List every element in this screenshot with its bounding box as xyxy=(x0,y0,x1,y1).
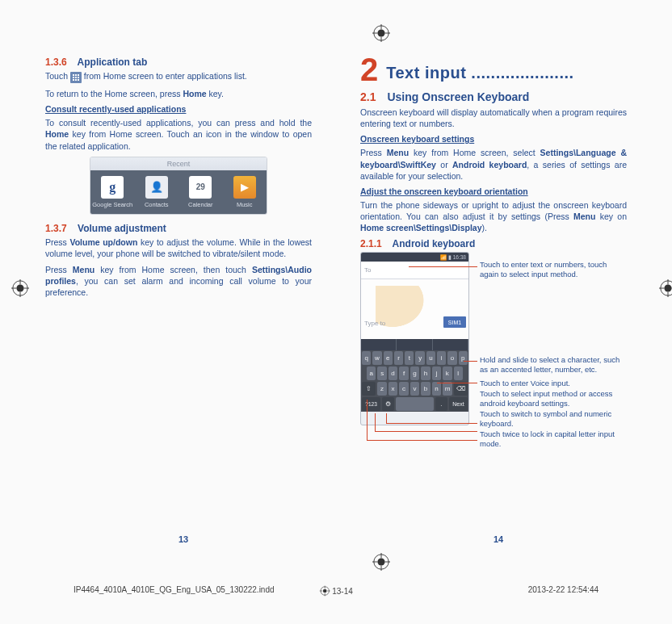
recent-apps-figure: Recent gGoogle Search 👤Contacts 29Calend… xyxy=(90,157,267,215)
recent-label: Recent xyxy=(90,157,267,170)
section-title: Application tab xyxy=(78,57,148,68)
body-text: Touch from Home screen to enter applicat… xyxy=(45,70,312,83)
callout-text: Touch twice to lock in capital letter in… xyxy=(480,429,625,448)
svg-point-5 xyxy=(664,284,671,291)
registration-mark-icon xyxy=(11,279,29,297)
footer-filename: IP4464_4010A_4010E_QG_Eng_USA_05_130222.… xyxy=(74,585,275,594)
svg-point-3 xyxy=(16,284,23,291)
recent-app: 29Calendar xyxy=(178,170,223,214)
space-key xyxy=(396,397,433,411)
chapter-number: 2 xyxy=(360,57,378,82)
callout-line xyxy=(437,383,477,383)
contacts-icon: 👤 xyxy=(145,176,168,199)
callout-line xyxy=(386,413,387,423)
keyboard: qwertyuiop asdfghjkl ⇧zxcvbnm⌫ ?123⚙.Nex… xyxy=(361,350,468,412)
section-2-1-1-heading: 2.1.1 Android keyboard xyxy=(360,238,627,249)
callout-line xyxy=(367,400,368,440)
next-key: Next xyxy=(449,397,468,411)
recent-app: 👤Contacts xyxy=(135,170,179,214)
registration-mark-icon xyxy=(372,553,390,571)
to-field: To xyxy=(361,262,468,279)
key: q xyxy=(362,351,371,365)
svg-point-7 xyxy=(377,558,384,565)
subheading: Consult recently-used applications xyxy=(45,104,312,114)
section-1-3-6-heading: 1.3.6 Application tab xyxy=(45,57,312,68)
symbols-key: ?123 xyxy=(362,397,380,411)
callout-text: Touch to select input method or access a… xyxy=(480,389,625,408)
svg-point-1 xyxy=(377,29,384,36)
google-icon: g xyxy=(101,176,124,199)
recent-app: gGoogle Search xyxy=(90,170,135,214)
type-hint: Type to xyxy=(364,320,385,327)
delete-key: ⌫ xyxy=(454,382,468,396)
status-bar: 📶▮16:38 xyxy=(361,253,468,262)
callout-text: Hold and slide to select a character, su… xyxy=(480,355,621,374)
footer-page-range: 13-14 xyxy=(319,585,353,597)
svg-point-9 xyxy=(323,589,327,593)
callout-line xyxy=(386,423,477,424)
period-key: . xyxy=(435,397,447,411)
print-footer: IP4464_4010A_4010E_QG_Eng_USA_05_130222.… xyxy=(74,585,598,594)
apps-grid-icon xyxy=(70,72,82,83)
registration-mark-icon xyxy=(659,279,672,297)
subheading: Onscreen keyboard settings xyxy=(360,134,627,144)
phone-mock: 📶▮16:38 To Type to SIM1 qwertyuiop asdfg… xyxy=(360,252,469,425)
body-text: Onscreen keyboard will display automatic… xyxy=(360,107,627,129)
subheading: Adjust the onscreen keyboard orientation xyxy=(360,186,627,196)
section-2-1-heading: 2.1Using Onscreen Keyboard xyxy=(360,90,627,103)
sim-tab: SIM1 xyxy=(443,316,466,328)
settings-key: ⚙ xyxy=(382,397,394,411)
body-text: Press Menu key from Home screen, then to… xyxy=(45,264,312,299)
callout-text: Touch to switch to symbol and numeric ke… xyxy=(480,409,625,428)
section-title: Volume adjustment xyxy=(78,223,166,234)
callout-line xyxy=(409,266,477,267)
footer-timestamp: 2013-2-22 12:54:44 xyxy=(528,585,598,594)
section-number: 1.3.7 xyxy=(45,223,67,234)
left-column: 1.3.6 Application tab Touch from Home sc… xyxy=(45,57,312,438)
music-icon: ▶ xyxy=(233,176,256,199)
callout-line xyxy=(375,431,477,432)
page-spread: 1.3.6 Application tab Touch from Home sc… xyxy=(45,57,627,438)
callout-line xyxy=(375,413,376,431)
hand-pointer-icon xyxy=(376,286,432,334)
right-column: 2 Text input ..................... 2.1Us… xyxy=(360,57,627,438)
chapter-heading: 2 Text input ..................... xyxy=(360,57,627,82)
shift-key: ⇧ xyxy=(362,382,376,396)
body-text: Turn the phone sideways or upright to ad… xyxy=(360,199,627,234)
compose-area: Type to SIM1 xyxy=(361,279,468,339)
callout-line xyxy=(464,361,477,362)
callout-line xyxy=(367,440,477,441)
registration-mark-icon xyxy=(372,24,390,42)
body-text: Press Volume up/down key to adjust the v… xyxy=(45,237,312,259)
chapter-title: Text input ..................... xyxy=(386,64,573,82)
body-text: To consult recently-used applications, y… xyxy=(45,117,312,152)
callout-text: Touch to enter text or numbers, touch ag… xyxy=(480,260,617,278)
body-text: To return to the Home screen, press Home… xyxy=(45,88,312,99)
body-text: Press Menu key from Home screen, select … xyxy=(360,147,627,182)
suggestion-bar xyxy=(361,339,468,350)
callout-text: Touch to enter Voice input. xyxy=(480,379,621,387)
section-number: 1.3.6 xyxy=(45,57,67,68)
android-keyboard-figure: 📶▮16:38 To Type to SIM1 qwertyuiop asdfg… xyxy=(360,252,615,438)
section-1-3-7-heading: 1.3.7 Volume adjustment xyxy=(45,223,312,234)
calendar-icon: 29 xyxy=(189,176,212,199)
recent-app: ▶Music xyxy=(223,170,267,214)
